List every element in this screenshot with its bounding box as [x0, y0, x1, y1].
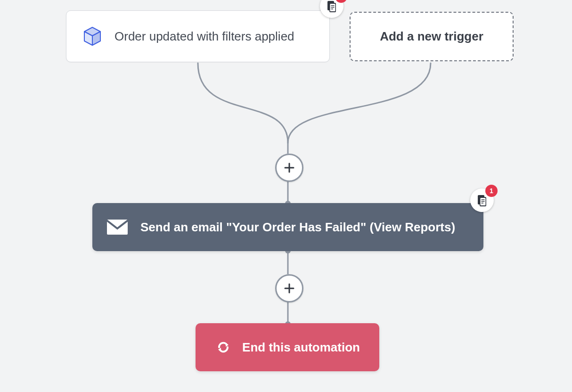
trigger-order-updated[interactable]: Order updated with filters applied [66, 10, 330, 62]
plus-icon [284, 162, 295, 173]
action-send-email[interactable]: Send an email "Your Order Has Failed" (V… [92, 203, 483, 251]
trigger-label: Order updated with filters applied [114, 29, 294, 44]
automation-flow-canvas: Order updated with filters applied 1 Add… [0, 0, 572, 392]
end-label: End this automation [242, 340, 360, 355]
action-notes-count: 1 [485, 185, 498, 197]
add-trigger-button[interactable]: Add a new trigger [350, 12, 514, 61]
action-label: Send an email "Your Order Has Failed" (V… [140, 220, 455, 235]
action-notes-badge[interactable]: 1 [470, 188, 494, 212]
end-automation[interactable]: End this automation [196, 323, 379, 371]
mail-icon [106, 219, 128, 235]
document-icon [477, 194, 487, 206]
add-trigger-label: Add a new trigger [380, 29, 483, 44]
add-step-button-2[interactable] [275, 274, 303, 302]
add-step-button-1[interactable] [275, 154, 303, 182]
cube-icon [82, 25, 103, 47]
plus-icon [284, 283, 295, 294]
refresh-icon [215, 339, 232, 356]
document-icon [327, 0, 337, 12]
